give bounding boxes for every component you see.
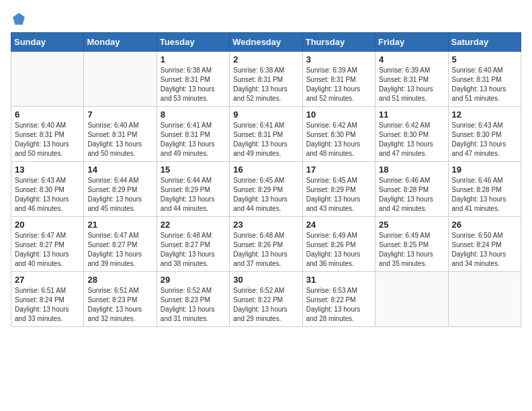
day-info: Sunrise: 6:40 AM Sunset: 8:31 PM Dayligh… (87, 121, 152, 158)
day-info: Sunrise: 6:42 AM Sunset: 8:30 PM Dayligh… (379, 121, 444, 158)
logo-icon (11, 11, 27, 27)
day-number: 31 (306, 275, 371, 285)
calendar-cell: 17Sunrise: 6:45 AM Sunset: 8:29 PM Dayli… (302, 162, 375, 217)
day-number: 24 (306, 220, 371, 230)
calendar-cell: 29Sunrise: 6:52 AM Sunset: 8:23 PM Dayli… (157, 272, 229, 327)
weekday-header: Tuesday (157, 33, 229, 52)
day-number: 19 (452, 165, 517, 175)
page-header (11, 11, 521, 27)
calendar-cell: 12Sunrise: 6:43 AM Sunset: 8:30 PM Dayli… (448, 107, 521, 162)
calendar-cell: 18Sunrise: 6:46 AM Sunset: 8:28 PM Dayli… (375, 162, 448, 217)
day-info: Sunrise: 6:43 AM Sunset: 8:30 PM Dayligh… (15, 176, 80, 214)
day-number: 15 (161, 165, 226, 175)
calendar-cell (84, 52, 157, 107)
day-number: 2 (233, 54, 298, 64)
calendar-cell: 6Sunrise: 6:40 AM Sunset: 8:31 PM Daylig… (11, 107, 84, 162)
day-info: Sunrise: 6:51 AM Sunset: 8:23 PM Dayligh… (87, 286, 152, 324)
day-info: Sunrise: 6:49 AM Sunset: 8:26 PM Dayligh… (306, 231, 371, 269)
day-number: 7 (87, 109, 152, 120)
day-info: Sunrise: 6:38 AM Sunset: 8:31 PM Dayligh… (161, 66, 226, 103)
calendar-cell: 30Sunrise: 6:52 AM Sunset: 8:22 PM Dayli… (230, 272, 302, 327)
day-info: Sunrise: 6:44 AM Sunset: 8:29 PM Dayligh… (161, 176, 226, 214)
calendar-cell: 4Sunrise: 6:39 AM Sunset: 8:31 PM Daylig… (375, 52, 448, 107)
calendar-cell: 20Sunrise: 6:47 AM Sunset: 8:27 PM Dayli… (11, 217, 84, 272)
day-info: Sunrise: 6:49 AM Sunset: 8:25 PM Dayligh… (379, 231, 444, 269)
day-number: 12 (452, 109, 517, 120)
day-info: Sunrise: 6:47 AM Sunset: 8:27 PM Dayligh… (87, 231, 152, 269)
day-number: 8 (161, 109, 226, 120)
calendar-cell: 11Sunrise: 6:42 AM Sunset: 8:30 PM Dayli… (375, 107, 448, 162)
calendar-cell: 15Sunrise: 6:44 AM Sunset: 8:29 PM Dayli… (157, 162, 229, 217)
day-info: Sunrise: 6:39 AM Sunset: 8:31 PM Dayligh… (379, 66, 444, 103)
day-number: 27 (15, 275, 80, 285)
calendar-cell: 5Sunrise: 6:40 AM Sunset: 8:31 PM Daylig… (448, 52, 521, 107)
calendar-cell: 16Sunrise: 6:45 AM Sunset: 8:29 PM Dayli… (230, 162, 302, 217)
calendar-cell: 9Sunrise: 6:41 AM Sunset: 8:31 PM Daylig… (230, 107, 302, 162)
calendar-cell: 13Sunrise: 6:43 AM Sunset: 8:30 PM Dayli… (11, 162, 84, 217)
day-info: Sunrise: 6:48 AM Sunset: 8:26 PM Dayligh… (233, 231, 298, 269)
calendar-week-row: 1Sunrise: 6:38 AM Sunset: 8:31 PM Daylig… (11, 52, 521, 107)
calendar-cell: 7Sunrise: 6:40 AM Sunset: 8:31 PM Daylig… (84, 107, 157, 162)
day-number: 10 (306, 109, 371, 120)
day-number: 30 (233, 275, 298, 285)
day-info: Sunrise: 6:44 AM Sunset: 8:29 PM Dayligh… (87, 176, 152, 214)
day-info: Sunrise: 6:48 AM Sunset: 8:27 PM Dayligh… (161, 231, 226, 269)
day-info: Sunrise: 6:43 AM Sunset: 8:30 PM Dayligh… (452, 121, 517, 158)
weekday-header: Wednesday (230, 33, 302, 52)
day-info: Sunrise: 6:45 AM Sunset: 8:29 PM Dayligh… (233, 176, 298, 214)
calendar-cell: 22Sunrise: 6:48 AM Sunset: 8:27 PM Dayli… (157, 217, 229, 272)
calendar-cell: 31Sunrise: 6:53 AM Sunset: 8:22 PM Dayli… (302, 272, 375, 327)
day-info: Sunrise: 6:52 AM Sunset: 8:22 PM Dayligh… (233, 286, 298, 324)
calendar-cell: 23Sunrise: 6:48 AM Sunset: 8:26 PM Dayli… (230, 217, 302, 272)
day-number: 25 (379, 220, 444, 230)
day-info: Sunrise: 6:46 AM Sunset: 8:28 PM Dayligh… (452, 176, 517, 214)
day-number: 16 (233, 165, 298, 175)
calendar-cell: 28Sunrise: 6:51 AM Sunset: 8:23 PM Dayli… (84, 272, 157, 327)
calendar-cell: 8Sunrise: 6:41 AM Sunset: 8:31 PM Daylig… (157, 107, 229, 162)
calendar-cell (11, 52, 84, 107)
day-number: 5 (452, 54, 517, 64)
day-info: Sunrise: 6:45 AM Sunset: 8:29 PM Dayligh… (306, 176, 371, 214)
calendar-cell (448, 272, 521, 327)
day-number: 29 (161, 275, 226, 285)
calendar-week-row: 27Sunrise: 6:51 AM Sunset: 8:24 PM Dayli… (11, 272, 521, 327)
day-number: 28 (87, 275, 152, 285)
day-info: Sunrise: 6:41 AM Sunset: 8:31 PM Dayligh… (161, 121, 226, 158)
day-info: Sunrise: 6:41 AM Sunset: 8:31 PM Dayligh… (233, 121, 298, 158)
calendar-cell: 27Sunrise: 6:51 AM Sunset: 8:24 PM Dayli… (11, 272, 84, 327)
day-number: 22 (161, 220, 226, 230)
calendar-cell: 21Sunrise: 6:47 AM Sunset: 8:27 PM Dayli… (84, 217, 157, 272)
day-info: Sunrise: 6:38 AM Sunset: 8:31 PM Dayligh… (233, 66, 298, 103)
day-number: 9 (233, 109, 298, 120)
day-info: Sunrise: 6:47 AM Sunset: 8:27 PM Dayligh… (15, 231, 80, 269)
weekday-header: Thursday (302, 33, 375, 52)
day-info: Sunrise: 6:51 AM Sunset: 8:24 PM Dayligh… (15, 286, 80, 324)
calendar-week-row: 13Sunrise: 6:43 AM Sunset: 8:30 PM Dayli… (11, 162, 521, 217)
weekday-header: Saturday (448, 33, 521, 52)
weekday-header: Friday (375, 33, 448, 52)
day-number: 11 (379, 109, 444, 120)
weekday-header: Sunday (11, 33, 84, 52)
calendar-cell: 10Sunrise: 6:42 AM Sunset: 8:30 PM Dayli… (302, 107, 375, 162)
day-info: Sunrise: 6:39 AM Sunset: 8:31 PM Dayligh… (306, 66, 371, 103)
calendar-cell: 3Sunrise: 6:39 AM Sunset: 8:31 PM Daylig… (302, 52, 375, 107)
calendar-cell: 14Sunrise: 6:44 AM Sunset: 8:29 PM Dayli… (84, 162, 157, 217)
day-number: 3 (306, 54, 371, 64)
day-number: 6 (15, 109, 80, 120)
day-info: Sunrise: 6:52 AM Sunset: 8:23 PM Dayligh… (161, 286, 226, 324)
day-number: 4 (379, 54, 444, 64)
day-info: Sunrise: 6:53 AM Sunset: 8:22 PM Dayligh… (306, 286, 371, 324)
calendar-cell (375, 272, 448, 327)
day-number: 26 (452, 220, 517, 230)
day-number: 20 (15, 220, 80, 230)
day-number: 23 (233, 220, 298, 230)
day-number: 13 (15, 165, 80, 175)
calendar-cell: 24Sunrise: 6:49 AM Sunset: 8:26 PM Dayli… (302, 217, 375, 272)
weekday-header: Monday (84, 33, 157, 52)
calendar-table: SundayMondayTuesdayWednesdayThursdayFrid… (11, 32, 521, 327)
day-info: Sunrise: 6:40 AM Sunset: 8:31 PM Dayligh… (452, 66, 517, 103)
day-info: Sunrise: 6:46 AM Sunset: 8:28 PM Dayligh… (379, 176, 444, 214)
calendar-cell: 25Sunrise: 6:49 AM Sunset: 8:25 PM Dayli… (375, 217, 448, 272)
calendar-cell: 19Sunrise: 6:46 AM Sunset: 8:28 PM Dayli… (448, 162, 521, 217)
weekday-header-row: SundayMondayTuesdayWednesdayThursdayFrid… (11, 33, 521, 52)
